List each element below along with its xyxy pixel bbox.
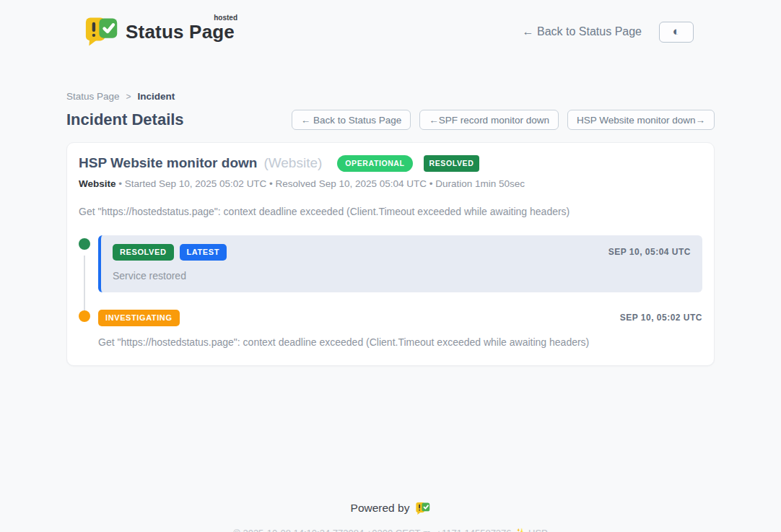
status-page-logo-icon-small bbox=[416, 502, 430, 515]
timeline-update-highlighted: RESOLVED LATEST SEP 10, 05:04 UTC Servic… bbox=[98, 235, 702, 292]
incident-meta: Website • Started Sep 10, 2025 05:02 UTC… bbox=[79, 178, 702, 189]
timeline-timestamp: SEP 10, 05:02 UTC bbox=[620, 313, 702, 323]
incident-timeline: RESOLVED LATEST SEP 10, 05:04 UTC Servic… bbox=[79, 235, 702, 348]
incident-title: HSP Website monitor down bbox=[79, 155, 257, 171]
prev-incident-button[interactable]: ←SPF record monitor down bbox=[419, 110, 559, 130]
timeline-dot-orange bbox=[79, 310, 90, 322]
header-right: ← Back to Status Page ◐ bbox=[523, 22, 694, 43]
timeline-timestamp: SEP 10, 05:04 UTC bbox=[608, 247, 691, 257]
theme-toggle-button[interactable]: ◐ bbox=[659, 22, 694, 43]
timeline-message: Get "https://hostedstatus.page": context… bbox=[98, 336, 702, 348]
incident-description: Get "https://hostedstatus.page": context… bbox=[79, 206, 702, 217]
back-to-status-page-link[interactable]: ← Back to Status Page bbox=[523, 25, 642, 38]
brand-logo[interactable]: Status Page hosted bbox=[85, 17, 235, 47]
brand-superscript: hosted bbox=[214, 14, 237, 22]
half-circle-icon: ◐ bbox=[673, 25, 680, 39]
investigating-badge: INVESTIGATING bbox=[98, 310, 180, 326]
timeline-update-header: RESOLVED LATEST SEP 10, 05:04 UTC bbox=[113, 244, 691, 261]
incident-meta-component: Website bbox=[79, 178, 116, 189]
timeline-update-header: INVESTIGATING SEP 10, 05:02 UTC bbox=[98, 310, 702, 326]
timeline-badges: RESOLVED LATEST bbox=[113, 244, 227, 261]
timeline-marker bbox=[79, 235, 91, 292]
main-content: Status Page > Incident Incident Details … bbox=[66, 91, 715, 532]
timeline-entry-investigating: INVESTIGATING SEP 10, 05:02 UTC Get "htt… bbox=[79, 310, 702, 348]
incident-nav-buttons: ← Back to Status Page ←SPF record monito… bbox=[292, 110, 715, 130]
resolved-state-badge: RESOLVED bbox=[424, 155, 480, 172]
brand-name: Status Page bbox=[126, 21, 235, 43]
timeline-connector-line bbox=[84, 256, 85, 311]
status-page-logo-icon bbox=[85, 17, 118, 47]
title-row: Incident Details ← Back to Status Page ←… bbox=[66, 110, 715, 130]
header: Status Page hosted ← Back to Status Page… bbox=[0, 0, 781, 53]
breadcrumb-incident: Incident bbox=[138, 91, 175, 102]
timeline-dot-green bbox=[79, 238, 90, 250]
powered-by-label: Powered by bbox=[351, 502, 410, 515]
timeline-marker bbox=[79, 310, 91, 348]
resolved-badge: RESOLVED bbox=[113, 244, 174, 261]
operational-status-badge: OPERATIONAL bbox=[337, 155, 412, 172]
timeline-entry-resolved: RESOLVED LATEST SEP 10, 05:04 UTC Servic… bbox=[79, 235, 702, 292]
copyright-line: © 2025-10-08 14:10:34.772084 +0200 CEST … bbox=[66, 528, 715, 532]
incident-meta-details: • Started Sep 10, 2025 05:02 UTC • Resol… bbox=[116, 178, 525, 189]
breadcrumb-status-page[interactable]: Status Page bbox=[66, 91, 120, 102]
powered-by: Powered by bbox=[351, 502, 431, 515]
incident-title-row: HSP Website monitor down (Website) OPERA… bbox=[79, 155, 702, 172]
next-incident-button[interactable]: HSP Website monitor down→ bbox=[567, 110, 715, 130]
incident-card: HSP Website monitor down (Website) OPERA… bbox=[66, 142, 715, 366]
incident-component: (Website) bbox=[263, 155, 322, 171]
back-to-status-page-button[interactable]: ← Back to Status Page bbox=[292, 110, 411, 130]
breadcrumb-separator: > bbox=[126, 92, 131, 102]
timeline-message: Service restored bbox=[113, 270, 691, 282]
page-title: Incident Details bbox=[66, 110, 184, 129]
breadcrumb: Status Page > Incident bbox=[66, 91, 715, 102]
latest-badge: LATEST bbox=[180, 244, 227, 261]
timeline-badges: INVESTIGATING bbox=[98, 310, 180, 326]
footer: Powered by © 2025-10-08 14:10:34.772084 … bbox=[66, 502, 715, 532]
timeline-update-plain: INVESTIGATING SEP 10, 05:02 UTC Get "htt… bbox=[98, 310, 702, 348]
